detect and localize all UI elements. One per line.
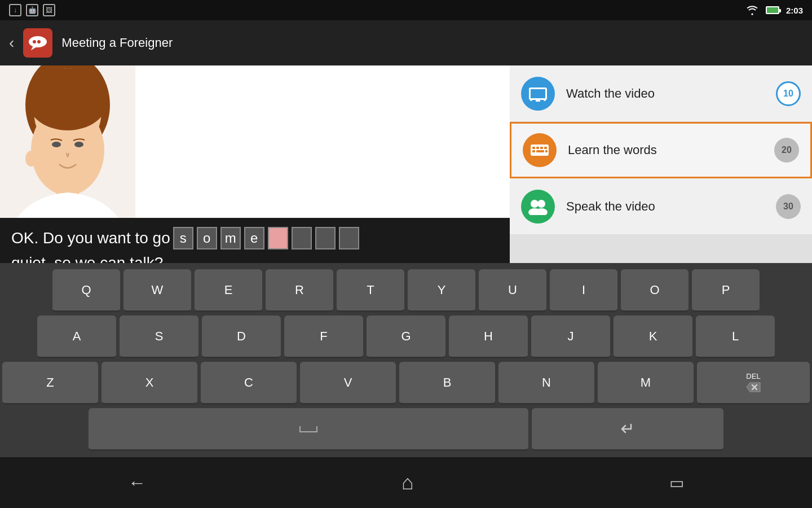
key-m[interactable]: M bbox=[598, 362, 694, 405]
learn-words-item[interactable]: Learn the words 20 bbox=[510, 122, 812, 178]
speak-icon-wrap bbox=[521, 190, 555, 224]
letter-box-6[interactable] bbox=[315, 227, 336, 249]
keyboard-row-2: A S D F G H J K L bbox=[37, 316, 775, 358]
svg-rect-24 bbox=[532, 150, 535, 152]
key-w[interactable]: W bbox=[123, 269, 191, 312]
letter-box-7[interactable] bbox=[339, 227, 359, 249]
key-l[interactable]: L bbox=[696, 316, 775, 358]
watch-video-badge: 10 bbox=[776, 81, 801, 106]
speak-video-item[interactable]: Speak the video 30 bbox=[510, 178, 812, 235]
learn-words-label: Learn the words bbox=[568, 143, 774, 157]
letter-box-2[interactable]: m bbox=[220, 227, 241, 249]
download-icon: ↓ bbox=[9, 4, 21, 16]
key-t[interactable]: T bbox=[337, 269, 404, 312]
key-u[interactable]: U bbox=[479, 269, 546, 312]
svg-point-10 bbox=[27, 68, 108, 130]
key-e[interactable]: E bbox=[195, 269, 262, 312]
key-q[interactable]: Q bbox=[52, 269, 120, 312]
wifi-icon bbox=[745, 5, 759, 15]
key-i[interactable]: I bbox=[550, 269, 617, 312]
app-title: Meeting a Foreigner bbox=[61, 36, 173, 50]
app-icon bbox=[23, 28, 52, 58]
svg-point-13 bbox=[25, 151, 37, 167]
watch-video-label: Watch the video bbox=[566, 86, 776, 101]
time-display: 2:03 bbox=[786, 6, 803, 15]
tv-icon bbox=[528, 85, 548, 102]
key-x[interactable]: X bbox=[102, 362, 197, 405]
sentence-before: OK. Do you want to go bbox=[11, 227, 170, 249]
svg-point-8 bbox=[52, 142, 61, 147]
learn-icon-wrap bbox=[523, 133, 557, 167]
svg-rect-25 bbox=[536, 150, 544, 152]
status-bar: ↓ 🤖 🖼 2:03 bbox=[0, 0, 812, 20]
svg-point-27 bbox=[531, 200, 539, 208]
key-d[interactable]: D bbox=[202, 316, 281, 358]
key-delete[interactable]: DEL bbox=[697, 362, 810, 405]
letter-box-3[interactable]: e bbox=[244, 227, 264, 249]
key-k[interactable]: K bbox=[614, 316, 692, 358]
android-icon: 🤖 bbox=[26, 4, 38, 16]
letter-box-0[interactable]: s bbox=[173, 227, 193, 249]
key-g[interactable]: G bbox=[367, 316, 445, 358]
top-bar: ‹ Meeting a Foreigner bbox=[0, 20, 812, 65]
nav-home-button[interactable]: ⌂ bbox=[379, 465, 436, 500]
letter-box-4[interactable] bbox=[268, 227, 288, 249]
svg-rect-23 bbox=[544, 147, 547, 149]
key-c[interactable]: C bbox=[201, 362, 297, 405]
speak-video-label: Speak the video bbox=[566, 199, 776, 214]
watch-icon-wrap bbox=[521, 77, 555, 111]
svg-rect-16 bbox=[536, 100, 540, 102]
key-o[interactable]: O bbox=[621, 269, 689, 312]
back-button[interactable]: ‹ bbox=[9, 34, 14, 52]
key-b[interactable]: B bbox=[399, 362, 495, 405]
people-icon bbox=[527, 198, 549, 215]
key-space[interactable] bbox=[89, 408, 528, 451]
key-v[interactable]: V bbox=[300, 362, 396, 405]
letter-box-5[interactable] bbox=[292, 227, 312, 249]
key-y[interactable]: Y bbox=[408, 269, 475, 312]
key-n[interactable]: N bbox=[498, 362, 594, 405]
key-enter[interactable] bbox=[532, 408, 723, 451]
status-right: 2:03 bbox=[745, 5, 803, 15]
battery-icon bbox=[766, 6, 779, 14]
keyboard-row-1: Q W E R T Y U I O P bbox=[52, 269, 760, 312]
person-image bbox=[0, 65, 135, 218]
svg-point-17 bbox=[530, 99, 532, 101]
watch-video-item[interactable]: Watch the video 10 bbox=[510, 65, 812, 122]
key-f[interactable]: F bbox=[284, 316, 363, 358]
keyboard: Q W E R T Y U I O P A S D F G H J K L Z … bbox=[0, 263, 812, 457]
svg-rect-26 bbox=[545, 150, 548, 152]
svg-point-9 bbox=[74, 142, 83, 147]
learn-words-badge: 20 bbox=[774, 138, 799, 163]
key-s[interactable]: S bbox=[120, 316, 198, 358]
key-p[interactable]: P bbox=[692, 269, 760, 312]
svg-point-3 bbox=[37, 40, 41, 43]
video-area bbox=[0, 65, 510, 218]
svg-point-2 bbox=[33, 40, 36, 43]
svg-rect-20 bbox=[532, 147, 535, 149]
nav-bar: ← ⌂ ▭ bbox=[0, 457, 812, 508]
key-z[interactable]: Z bbox=[2, 362, 98, 405]
key-h[interactable]: H bbox=[449, 316, 528, 358]
chat-icon bbox=[28, 34, 48, 51]
image-icon: 🖼 bbox=[43, 4, 55, 16]
key-r[interactable]: R bbox=[266, 269, 333, 312]
key-a[interactable]: A bbox=[37, 316, 116, 358]
svg-rect-22 bbox=[540, 147, 543, 149]
key-j[interactable]: J bbox=[531, 316, 610, 358]
letter-box-1[interactable]: o bbox=[197, 227, 217, 249]
keyboard-row-3: Z X C V B N M DEL bbox=[2, 362, 810, 405]
svg-rect-21 bbox=[536, 147, 539, 149]
svg-point-28 bbox=[537, 200, 545, 208]
svg-rect-15 bbox=[531, 89, 545, 98]
speak-video-badge: 30 bbox=[776, 194, 801, 219]
nav-back-button[interactable]: ← bbox=[105, 467, 169, 499]
svg-point-11 bbox=[76, 80, 99, 102]
nav-recent-button[interactable]: ▭ bbox=[647, 468, 707, 498]
keyboard-row-4 bbox=[89, 408, 723, 451]
svg-point-18 bbox=[544, 99, 546, 101]
status-icons-left: ↓ 🤖 🖼 bbox=[9, 4, 55, 16]
keyboard-icon bbox=[529, 142, 550, 158]
